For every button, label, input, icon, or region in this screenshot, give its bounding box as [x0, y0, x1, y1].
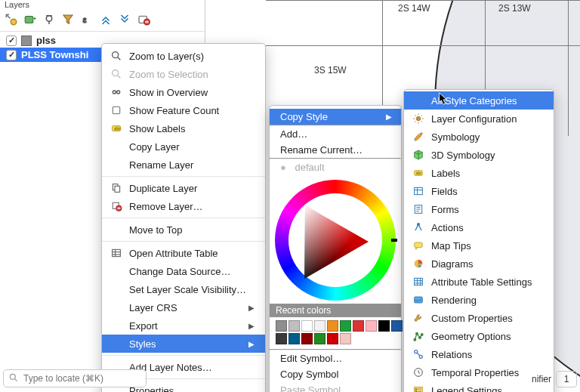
color-swatch[interactable] [391, 320, 403, 332]
remove-icon [110, 199, 123, 213]
visibility-checkbox[interactable] [6, 50, 17, 60]
menu-rendering[interactable]: Rendering [404, 291, 554, 309]
color-swatch[interactable] [366, 320, 377, 332]
menu-actions[interactable]: Actions [404, 218, 554, 236]
menu-diagrams[interactable]: Diagrams [404, 255, 554, 273]
menu-geometry-options[interactable]: Geometry Options [404, 327, 554, 345]
visibility-checkbox[interactable] [6, 35, 17, 46]
menu-styles[interactable]: Styles▶ [102, 335, 265, 353]
color-swatch[interactable] [314, 333, 325, 344]
fields-icon [412, 184, 425, 198]
filter-by-expression-icon[interactable]: ε [80, 13, 94, 26]
menu-style-default[interactable]: ● default [270, 159, 401, 175]
rendering-icon [412, 293, 425, 307]
svg-text:ε: ε [83, 15, 87, 24]
color-swatch[interactable] [276, 320, 287, 332]
svg-point-7 [113, 70, 119, 76]
menu-show-in-overview[interactable]: Show in Overview [102, 83, 265, 101]
color-swatch[interactable] [327, 333, 338, 344]
search-icon [8, 372, 19, 385]
menu-custom-properties[interactable]: Custom Properties [404, 309, 554, 327]
menu-copy-layer[interactable]: Copy Layer [102, 137, 265, 156]
menu-edit-symbol[interactable]: Edit Symbol… [270, 350, 401, 366]
menu-3d-symbology[interactable]: 3D Symbology [404, 146, 554, 164]
filter-legend-icon[interactable] [61, 13, 75, 26]
menu-attribute-table-settings[interactable]: Attribute Table Settings [404, 273, 554, 291]
layer-swatch [21, 35, 32, 46]
color-swatch[interactable] [314, 320, 325, 332]
diagrams-icon [412, 257, 425, 270]
menu-map-tips[interactable]: Map Tips [404, 236, 554, 255]
svg-rect-26 [415, 278, 423, 285]
color-swatch[interactable] [327, 320, 338, 332]
menu-move-to-top[interactable]: Move to Top [102, 221, 265, 239]
color-wheel[interactable] [270, 175, 401, 304]
svg-point-9 [117, 91, 120, 94]
svg-point-28 [414, 338, 416, 341]
menu-open-attribute-table[interactable]: Open Attribute Table [102, 244, 265, 262]
checkbox-empty-icon [110, 103, 123, 117]
color-swatch[interactable] [340, 333, 351, 344]
menu-symbology[interactable]: Symbology [404, 128, 554, 146]
menu-add-style[interactable]: Add… [270, 126, 401, 142]
attribute-table-icon [110, 246, 123, 260]
menu-rename-current-style[interactable]: Rename Current… [270, 142, 401, 158]
menu-zoom-to-layers[interactable]: Zoom to Layer(s) [102, 47, 265, 65]
open-layer-styling-icon[interactable] [5, 13, 18, 26]
styles-submenu: Copy Style▶ Add… Rename Current… ● defau… [269, 105, 402, 392]
color-swatch[interactable] [301, 333, 313, 344]
menu-duplicate-layer[interactable]: Duplicate Layer [102, 179, 265, 197]
labels-icon: abc [412, 166, 425, 180]
color-swatch[interactable] [301, 320, 313, 332]
geometry-icon [412, 329, 425, 343]
magnifier-value[interactable]: 1 [556, 371, 577, 387]
gear-icon [412, 112, 425, 125]
forms-icon [412, 202, 425, 216]
menu-export[interactable]: Export▶ [102, 316, 265, 335]
remove-layer-icon[interactable] [137, 13, 150, 26]
locator-input[interactable] [23, 373, 141, 384]
gridline [568, 0, 569, 136]
menu-rename-layer[interactable]: Rename Layer [102, 156, 265, 174]
svg-point-8 [113, 91, 116, 94]
menu-set-layer-scale-vis[interactable]: Set Layer Scale Visibility… [102, 280, 265, 298]
color-swatch[interactable] [288, 320, 300, 332]
menu-layer-configuration[interactable]: Layer Configuration [404, 110, 554, 128]
menu-copy-symbol[interactable]: Copy Symbol [270, 366, 401, 382]
map-label: 3S 15W [314, 65, 347, 76]
menu-copy-style[interactable]: Copy Style▶ [270, 109, 401, 125]
menu-forms[interactable]: Forms [404, 200, 554, 218]
svg-rect-14 [115, 186, 120, 192]
menu-change-data-source[interactable]: Change Data Source… [102, 262, 265, 280]
color-swatch[interactable] [378, 320, 390, 332]
svg-point-31 [421, 334, 423, 336]
menu-remove-layer[interactable]: Remove Layer… [102, 197, 265, 215]
layers-panel-title: Layers [0, 0, 205, 11]
clock-icon [412, 366, 425, 379]
layer-context-menu: Zoom to Layer(s) Zoom to Selection Show … [101, 43, 266, 392]
hue-marker[interactable] [391, 239, 397, 242]
map-label: 2S 13W [498, 3, 531, 14]
menu-show-feature-count[interactable]: Show Feature Count [102, 101, 265, 119]
layer-name: PLSS Townshi [21, 49, 88, 60]
menu-fields[interactable]: Fields [404, 182, 554, 200]
menu-all-style-categories[interactable]: All Style Categories [404, 91, 554, 110]
color-swatch[interactable] [288, 333, 300, 344]
locator-search[interactable] [3, 369, 147, 387]
duplicate-icon [110, 181, 123, 195]
color-swatch[interactable] [340, 320, 351, 332]
menu-layer-crs[interactable]: Layer CRS▶ [102, 298, 265, 316]
svg-point-18 [416, 116, 420, 120]
color-swatch[interactable] [276, 333, 287, 344]
menu-show-labels[interactable]: abcShow Labels [102, 119, 265, 137]
color-swatch[interactable] [353, 320, 364, 332]
zoom-to-layers-icon [110, 49, 123, 63]
menu-labels[interactable]: abcLabels [404, 164, 554, 182]
menu-relations[interactable]: Relations [404, 345, 554, 363]
expand-all-icon[interactable] [99, 13, 113, 26]
add-group-icon[interactable] [23, 13, 37, 26]
manage-map-themes-icon[interactable] [42, 13, 56, 26]
magnifier-label: nifier [532, 374, 551, 384]
collapse-all-icon[interactable] [118, 13, 131, 26]
svg-rect-10 [113, 106, 119, 113]
